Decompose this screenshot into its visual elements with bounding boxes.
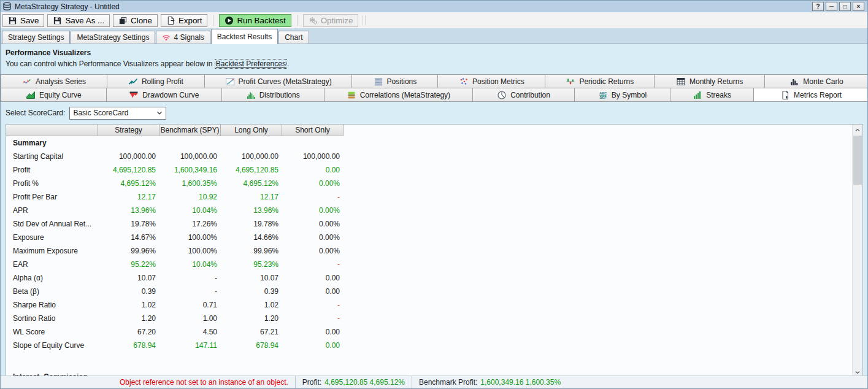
benchmark-profit-label: Benchmark Profit:: [419, 378, 477, 387]
metric-value-cell: -: [159, 287, 221, 296]
vertical-scrollbar[interactable]: [852, 125, 862, 377]
tab-label: 4 Signals: [174, 33, 204, 42]
run-icon: [225, 16, 234, 25]
section-label: Summary: [6, 139, 98, 147]
metric-value-cell: 95.23%: [221, 260, 282, 269]
metric-value-cell: 4,695.12%: [98, 179, 159, 188]
metric-value-cell: 14.67%: [98, 233, 159, 242]
streaks-icon: [693, 90, 702, 100]
toolbar-grip: [363, 15, 366, 25]
periodic-returns-icon: [566, 77, 575, 87]
visualizer-tab-metrics-report[interactable]: Metrics Report: [753, 88, 868, 102]
visualizer-tab-positions[interactable]: Positions: [351, 74, 438, 88]
metric-label: Profit: [6, 166, 98, 174]
visualizer-tab-analysis-series[interactable]: Analysis Series: [1, 74, 107, 88]
metric-value-cell: 19.78%: [221, 220, 282, 228]
visualizer-tab-label: Analysis Series: [36, 77, 86, 86]
status-error-segment: Object reference not set to an instance …: [113, 376, 295, 388]
tab-metastrategy-settings[interactable]: MetaStrategy Settings: [71, 31, 155, 44]
visualizer-tab-label: By Symbol: [612, 91, 647, 99]
table-row: Profit4,695,120.851,600,349.164,695,120.…: [6, 163, 852, 177]
visualizer-tab-by-symbol[interactable]: ABCDEFBy Symbol: [574, 88, 670, 102]
metric-value-cell: 0.00%: [282, 247, 344, 255]
scrollbar-thumb[interactable]: [853, 136, 862, 185]
help-button[interactable]: ?: [812, 2, 824, 11]
metric-value-cell: 10.04%: [159, 206, 221, 215]
minimize-button[interactable]: ─: [826, 2, 837, 11]
visualizer-tab-monthly-returns[interactable]: Monthly Returns: [654, 74, 765, 88]
table-row: APR13.96%10.04%13.96%0.00%: [6, 204, 852, 217]
visualizer-tab-profit-curves-metastrategy[interactable]: Profit Curves (MetaStrategy): [204, 74, 352, 88]
app-icon: [2, 2, 12, 11]
metric-value-cell: 10.04%: [159, 260, 221, 269]
maximize-button[interactable]: □: [839, 2, 851, 11]
table-row: Exposure14.67%100.00%14.66%0.00%: [6, 231, 852, 244]
visualizer-tab-drawdown-curve[interactable]: Drawdown Curve: [106, 88, 222, 102]
clone-button[interactable]: Clone: [113, 14, 158, 27]
visualizer-tab-contribution[interactable]: Contribution: [472, 88, 575, 102]
table-row: Std Dev of Annual Ret...19.78%17.26%19.7…: [6, 217, 852, 231]
metric-value-cell: 1.20: [98, 314, 159, 323]
scroll-up-button[interactable]: [853, 125, 862, 135]
tab-chart[interactable]: Chart: [278, 31, 309, 44]
save-as-button[interactable]: Save As ...: [47, 14, 110, 27]
tab-backtest-results[interactable]: Backtest Results: [211, 29, 278, 44]
scorecard-select[interactable]: Basic ScoreCard: [69, 107, 166, 120]
svg-text:ABC: ABC: [599, 91, 607, 95]
table-spacer: [6, 352, 852, 370]
profit-label: Profit:: [302, 378, 321, 387]
metric-value-cell: 10.92: [159, 193, 221, 201]
metric-label: Maximum Exposure: [6, 247, 98, 255]
run-backtest-button[interactable]: Run Backtest: [219, 14, 291, 27]
metric-value-cell: 100,000.00: [221, 152, 282, 161]
visualizer-tab-rolling-profit[interactable]: Rolling Profit: [107, 74, 205, 88]
visualizer-tab-streaks[interactable]: Streaks: [670, 88, 754, 102]
visualizer-tab-equity-curve[interactable]: Equity Curve: [1, 88, 107, 102]
backtest-preferences-link[interactable]: Backtest Preferences: [215, 59, 287, 69]
save-button[interactable]: Save: [2, 14, 44, 27]
metric-value-cell: 67.21: [221, 328, 282, 336]
metric-value-cell: -: [282, 301, 344, 309]
metric-value-cell: 99.96%: [221, 247, 282, 255]
visualizer-tab-label: Periodic Returns: [579, 77, 634, 86]
close-button[interactable]: ×: [853, 2, 864, 11]
optimize-icon: [309, 16, 318, 25]
metric-label: EAR: [6, 260, 98, 269]
visualizer-tab-label: Monthly Returns: [689, 77, 743, 86]
visualizer-tab-distributions[interactable]: Distributions: [221, 88, 325, 102]
window-title: MetaStrategy Strategy - Untitled: [15, 2, 120, 11]
visualizer-tab-position-metrics[interactable]: Position Metrics: [437, 74, 545, 88]
metrics-table-header: StrategyBenchmark (SPY)Long OnlyShort On…: [6, 125, 344, 136]
tab-label: Backtest Results: [217, 33, 272, 41]
correlations-icon: [347, 90, 356, 100]
tab-strategy-settings[interactable]: Strategy Settings: [2, 31, 70, 44]
visualizer-tab-label: Positions: [387, 77, 417, 86]
metric-value-cell: 100.00%: [159, 247, 221, 255]
metric-value-cell: 678.94: [98, 341, 159, 350]
metric-label: Sharpe Ratio: [6, 301, 98, 309]
toolbar-separator: [213, 15, 213, 26]
metric-label: Beta (β): [6, 287, 98, 296]
metric-value-cell: 1.02: [98, 301, 159, 309]
table-row: Slope of Equity Curve678.94147.11678.940…: [6, 339, 852, 352]
metric-value-cell: 13.96%: [221, 206, 282, 215]
visualizer-tab-periodic-returns[interactable]: Periodic Returns: [545, 74, 655, 88]
clone-label: Clone: [131, 16, 152, 25]
main-tab-bar: Strategy SettingsMetaStrategy Settings4 …: [1, 28, 867, 44]
metric-label: WL Score: [6, 328, 98, 336]
tab-4-signals[interactable]: 4 Signals: [156, 31, 210, 44]
metric-value-cell: 0.00: [282, 328, 344, 336]
column-header-benchmark-spy: Benchmark (SPY): [159, 125, 221, 136]
metric-label: APR: [6, 206, 98, 215]
contribution-icon: [497, 90, 507, 100]
error-message: Object reference not set to an instance …: [120, 378, 288, 387]
tab-label: MetaStrategy Settings: [77, 33, 149, 42]
visualizer-tab-label: Distributions: [259, 91, 300, 99]
export-button[interactable]: Export: [161, 14, 208, 27]
metric-value-cell: 100,000.00: [159, 152, 221, 161]
visualizer-tab-correlations-metastrategy[interactable]: Correlations (MetaStrategy): [324, 88, 473, 102]
performance-visualizers-heading: Performance Visualizers: [6, 48, 862, 58]
visualizer-tab-monte-carlo[interactable]: Monte Carlo: [764, 74, 868, 88]
column-header-long-only: Long Only: [221, 125, 282, 136]
equity-curve-icon: [26, 90, 36, 100]
